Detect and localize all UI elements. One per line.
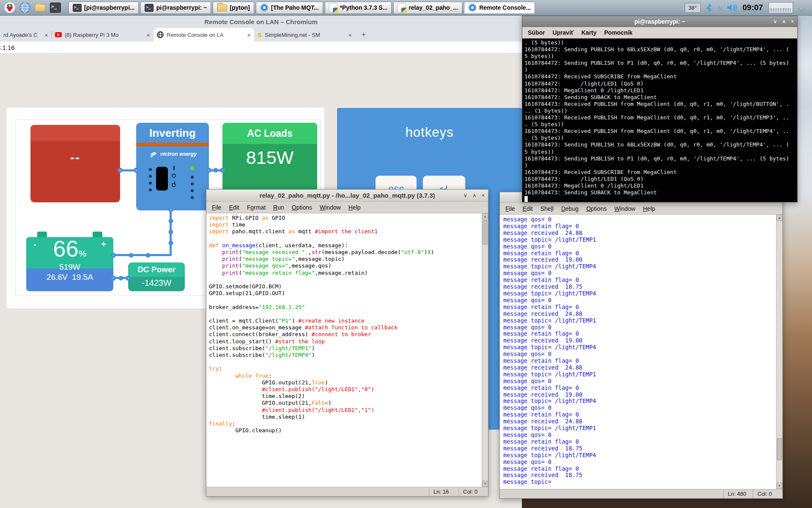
inverter-card[interactable]: Inverting victron energy — [136, 123, 209, 210]
scrollbar-thumb[interactable] — [483, 220, 488, 245]
tab-label: SimpleMining.net - SM — [265, 32, 345, 38]
tab-label: rd Ayoade's C — [3, 32, 41, 38]
terminal-line: 1610784473: Sending PUBLISH to 6BLx5EXzB… — [524, 141, 795, 148]
code-line: while True: — [209, 373, 482, 379]
terminal-line: 5 bytes)) — [524, 53, 795, 60]
menu-súbor[interactable]: Súbor — [524, 29, 549, 36]
shell-output-area[interactable]: message qos= 0message retain flag= 0mess… — [500, 215, 776, 489]
menu-edit[interactable]: Edit — [519, 205, 537, 212]
eject-icon[interactable]: ◆ — [798, 3, 804, 12]
shell-statusbar: Ln: 480 Col: 0 — [500, 489, 782, 498]
menu-pomocník[interactable]: Pomocník — [601, 29, 636, 36]
cpu-temperature[interactable]: 38° — [685, 3, 701, 13]
tab-close-icon[interactable]: × — [146, 31, 150, 39]
victron-spiral-icon — [148, 150, 159, 158]
editor-titlebar[interactable]: relay_02_paho_mqtt.py - /ho...lay_02_pah… — [206, 190, 488, 202]
taskbar-window-button[interactable]: relay_02_paho_... — [393, 2, 462, 14]
cpu-monitor[interactable] — [768, 2, 793, 13]
code-area[interactable]: import RPi.GPIO as GPIOimport timeimport… — [206, 213, 482, 487]
tab-close-icon[interactable]: × — [247, 31, 251, 39]
taskbar-window-button[interactable]: pi@raspberrypi: ~ — [140, 2, 211, 14]
tab--8-raspberry-pi-3-mo[interactable]: (8) Raspberry Pi 3 Mo× — [52, 28, 154, 41]
maximize-icon[interactable]: ∧ — [782, 19, 786, 24]
menu-file[interactable]: File — [502, 205, 519, 212]
tab-simplemining-net-sm[interactable]: SSimpleMining.net - SM× — [254, 28, 355, 41]
connector-node — [111, 276, 116, 281]
code-line: client.subscribe("/light/TEMP4") — [209, 352, 482, 359]
volume-icon[interactable] — [727, 4, 737, 11]
taskbar-window-button[interactable]: [pi@raspberrypi... — [69, 2, 139, 14]
shell-line: message received 24.88 — [503, 364, 776, 371]
taskbar-window-button[interactable]: *Python 3.7.3 S... — [325, 2, 392, 14]
scroll-down-icon[interactable]: ▼ — [776, 483, 782, 489]
battery-card[interactable]: - + 66% 519W 26.6V 19.5A — [26, 237, 113, 291]
shell-scrollbar[interactable]: ▲ ▼ — [776, 215, 782, 489]
on-mark-icon — [173, 166, 175, 170]
scroll-up-icon[interactable]: ▲ — [482, 213, 488, 220]
scroll-down-icon[interactable]: ▼ — [482, 480, 488, 487]
grid-card[interactable]: -- — [30, 125, 120, 202]
editor-title: relay_02_paho_mqtt.py - /ho...lay_02_pah… — [259, 192, 435, 199]
code-line: client.subscribe("/light/TEMP1") — [209, 345, 482, 352]
bluetooth-icon[interactable] — [706, 3, 712, 12]
scroll-up-icon[interactable]: ▲ — [776, 215, 782, 221]
code-line: import RPi.GPIO as GPIO — [209, 215, 482, 221]
grid-card-band — [30, 125, 120, 141]
file-manager-button[interactable] — [34, 1, 47, 14]
code-line: #client.publish("/light/LED1","1") — [209, 407, 482, 414]
close-icon[interactable]: × — [791, 19, 794, 24]
tab-close-icon[interactable]: × — [348, 31, 352, 39]
web-browser-button[interactable] — [19, 1, 31, 14]
code-line: GPIO.output(21,False) — [209, 400, 482, 406]
menu-shell[interactable]: Shell — [537, 205, 557, 212]
terminal-line: 1610784472: Sending SUBACK to MegaClient — [524, 94, 795, 101]
raspberry-menu-button[interactable] — [3, 1, 16, 14]
close-icon[interactable]: × — [481, 193, 485, 198]
network-traffic-icon[interactable]: ↑↓ — [717, 4, 721, 11]
menu-run[interactable]: Run — [269, 204, 288, 211]
taskbar-window-button[interactable]: [The Paho MQT... — [256, 2, 323, 14]
menu-window[interactable]: Window — [316, 204, 345, 211]
shell-line: message qos= 0 — [503, 216, 776, 223]
taskbar-window-button[interactable]: [pyton] — [213, 2, 254, 14]
editor-scrollbar[interactable]: ▲ ▼ — [482, 213, 488, 487]
menu-help[interactable]: Help — [639, 205, 659, 212]
menu-debug[interactable]: Debug — [557, 205, 582, 212]
dc-power-card[interactable]: DC Power -1423W — [128, 262, 185, 291]
terminal-line: 1610784472: Sending PUBLISH to P1 (d0, q… — [524, 60, 795, 66]
menu-karty[interactable]: Karty — [578, 29, 601, 36]
shell-line: message qos= 0 — [503, 459, 776, 466]
code-line: GPIO.cleanup() — [209, 427, 482, 434]
shell-line: message received 19.00 — [503, 392, 776, 398]
clock[interactable]: 09:07 — [743, 3, 763, 12]
maximize-icon[interactable]: ∧ — [472, 193, 477, 198]
code-line: import time — [209, 221, 482, 228]
menu-upraviť[interactable]: Upraviť — [549, 29, 577, 36]
tab-remote-console-on-la[interactable]: Remote Console on LA× — [154, 28, 254, 41]
terminal-launcher-button[interactable] — [49, 1, 62, 14]
terminal-line: 1610784472: MegaClient 0 /light/LED1 — [524, 87, 795, 94]
menu-edit[interactable]: Edit — [225, 204, 243, 211]
minimize-icon[interactable]: ∨ — [773, 19, 777, 24]
terminal-line: ) — [524, 162, 795, 169]
terminal-line: 1610784472: Received SUBSCRIBE from Mega… — [524, 73, 795, 80]
terminal-titlebar[interactable]: pi@raspberrypi: ~ ∨ ∧ × — [522, 16, 797, 27]
shell-line: message qos= 0 — [503, 297, 776, 304]
code-line: client.on_message=on_message #attach fun… — [209, 324, 482, 331]
tab-rd-ayoade-s-c[interactable]: rd Ayoade's C× — [0, 28, 52, 41]
new-tab-button[interactable]: + — [358, 29, 370, 41]
menu-options[interactable]: Options — [582, 205, 610, 212]
menu-window[interactable]: Window — [610, 205, 639, 212]
code-line — [209, 235, 482, 242]
taskbar-window-button[interactable]: Remote Console... — [464, 2, 535, 14]
menu-file[interactable]: File — [208, 204, 225, 211]
terminal-output-area[interactable]: . (5 bytes))1610784472: Sending PUBLISH … — [522, 39, 797, 202]
address-bar[interactable]: 8.1.16 — [0, 41, 522, 54]
menu-format[interactable]: Format — [243, 204, 269, 211]
tab-close-icon[interactable]: × — [44, 31, 48, 39]
minimize-icon[interactable]: ∨ — [463, 193, 467, 198]
menu-help[interactable]: Help — [345, 204, 365, 211]
scrollbar-thumb[interactable] — [777, 438, 782, 460]
menu-options[interactable]: Options — [288, 204, 316, 211]
taskbar-window-label: [pi@raspberrypi... — [84, 4, 134, 11]
